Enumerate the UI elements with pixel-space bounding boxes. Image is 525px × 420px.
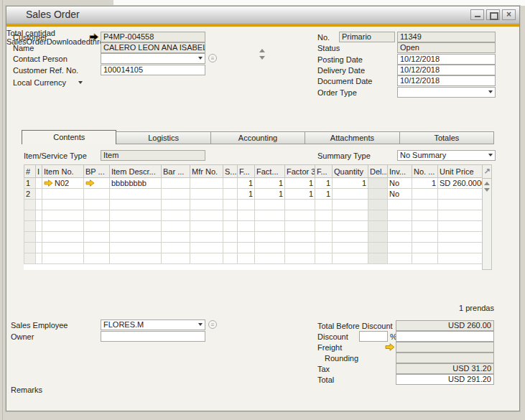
tax-field[interactable]: USD 31.20: [396, 363, 494, 374]
contact-person-dropdown[interactable]: [101, 53, 205, 64]
table-scroll-down[interactable]: [483, 188, 491, 192]
cell-i[interactable]: [36, 178, 42, 189]
sales-employee-list-icon[interactable]: ≡: [208, 320, 217, 329]
currency-dropdown-arrow-icon[interactable]: [78, 81, 83, 84]
cell-unit-price[interactable]: SD 260.0000: [438, 178, 483, 189]
discount-amount-field[interactable]: [396, 331, 494, 342]
posting-date-field[interactable]: 10/12/2018: [397, 54, 496, 65]
cell-f1[interactable]: 1: [238, 178, 255, 189]
col-fact[interactable]: Fact...: [255, 165, 285, 178]
cell-del[interactable]: [368, 178, 388, 189]
cell-bar[interactable]: [162, 178, 190, 189]
cell-row-number[interactable]: 1: [24, 178, 36, 189]
cell-quantity[interactable]: [333, 189, 368, 200]
minimize-button[interactable]: [470, 9, 484, 20]
cell-fact[interactable]: 1: [255, 189, 285, 200]
delivery-date-field[interactable]: 10/12/2018: [397, 65, 496, 75]
cell-item-descr[interactable]: bbbbbbbb: [110, 178, 162, 189]
customer-field[interactable]: P4MP-004558: [101, 32, 205, 42]
freight-link-arrow-icon[interactable]: [385, 343, 395, 351]
cell-row-number[interactable]: 2: [24, 189, 36, 200]
col-item-descr[interactable]: Item Descr...: [110, 165, 162, 178]
col-mfr-no[interactable]: Mfr No.: [190, 165, 223, 178]
cell-i[interactable]: [36, 189, 42, 200]
cell-mfr[interactable]: [190, 178, 223, 189]
cell-bp[interactable]: [84, 178, 110, 189]
cell-fact[interactable]: 1: [255, 178, 285, 189]
cell-unit-price[interactable]: [438, 189, 483, 200]
cell-f2[interactable]: 1: [315, 189, 333, 200]
tab-attachments[interactable]: Attachments: [305, 131, 399, 144]
tax-label: Tax: [317, 364, 330, 374]
cell-inv[interactable]: No: [388, 178, 412, 189]
total-before-discount-field[interactable]: USD 260.00: [396, 320, 494, 331]
col-i[interactable]: I: [36, 165, 42, 178]
sales-employee-dropdown[interactable]: FLORES.M: [101, 319, 205, 330]
maximize-button[interactable]: [486, 9, 500, 20]
col-f2[interactable]: F...: [315, 165, 333, 178]
tab-logistics[interactable]: Logistics: [116, 131, 210, 144]
discount-percent-input[interactable]: [359, 331, 388, 342]
sales-employee-dropdown-arrow-icon[interactable]: [198, 323, 203, 326]
item-service-type-field[interactable]: Item: [101, 150, 205, 161]
summary-type-dropdown[interactable]: No Summary: [397, 150, 496, 161]
col-del[interactable]: Del...: [368, 165, 388, 178]
rounding-field[interactable]: [396, 353, 494, 363]
cell-s[interactable]: [223, 178, 238, 189]
cell-f1[interactable]: 1: [238, 189, 255, 200]
cell-item-no[interactable]: [42, 189, 84, 200]
cell-mfr[interactable]: [190, 189, 223, 200]
owner-label: Owner: [11, 332, 34, 342]
cell-no[interactable]: 1: [412, 178, 438, 189]
cell-item-descr[interactable]: [110, 189, 162, 200]
form-settings-icon[interactable]: ↗: [483, 165, 491, 179]
status-field[interactable]: Open: [397, 42, 496, 53]
col-f1[interactable]: F...: [238, 165, 255, 178]
col-no[interactable]: No. ...: [412, 165, 438, 178]
no-number-field[interactable]: 11349: [397, 32, 496, 42]
customer-link-arrow-icon[interactable]: [89, 33, 99, 41]
freight-field[interactable]: [396, 342, 494, 353]
cell-no[interactable]: [412, 189, 438, 200]
window-titlebar[interactable]: Sales Order ×: [6, 6, 519, 24]
bp-link-arrow-icon[interactable]: [85, 179, 95, 187]
col-bar[interactable]: Bar ...: [162, 165, 190, 178]
cell-factor3[interactable]: 1: [285, 189, 315, 200]
customer-ref-field[interactable]: 100014105: [101, 65, 205, 75]
total-field[interactable]: USD 291.20: [396, 374, 494, 385]
order-type-dropdown-arrow-icon[interactable]: [488, 90, 493, 93]
cell-item-no[interactable]: N02: [42, 178, 84, 189]
cell-quantity[interactable]: 1: [333, 178, 368, 189]
table-scrollbar[interactable]: ↗: [482, 164, 492, 270]
contact-person-dropdown-arrow-icon[interactable]: [198, 57, 203, 60]
close-button[interactable]: ×: [502, 9, 516, 20]
order-type-dropdown[interactable]: [397, 87, 496, 98]
tab-totales[interactable]: Totales: [400, 131, 494, 144]
col-quantity[interactable]: Quantity: [333, 165, 368, 178]
summary-type-dropdown-arrow-icon[interactable]: [488, 154, 493, 157]
no-series-field[interactable]: Primario: [339, 32, 395, 42]
owner-field[interactable]: [101, 331, 205, 342]
tab-contents[interactable]: Contents: [22, 130, 116, 144]
col-inv[interactable]: Inv...: [388, 165, 412, 178]
cell-inv[interactable]: No: [388, 189, 412, 200]
tab-accounting[interactable]: Accounting: [211, 131, 305, 144]
col-row-number[interactable]: #: [24, 165, 36, 178]
cell-bar[interactable]: [162, 189, 190, 200]
col-unit-price[interactable]: Unit Price: [438, 165, 483, 178]
cell-del[interactable]: [368, 189, 388, 200]
cell-bp[interactable]: [84, 189, 110, 200]
document-date-field[interactable]: 10/12/2018: [397, 75, 496, 86]
contact-person-list-icon[interactable]: ≡: [208, 54, 217, 62]
col-item-no[interactable]: Item No.: [42, 165, 84, 178]
cell-f2[interactable]: 1: [315, 178, 333, 189]
cell-factor3[interactable]: 1: [285, 178, 315, 189]
table-scroll-up-icon[interactable]: [484, 182, 490, 185]
col-s[interactable]: S...: [223, 165, 238, 178]
name-field[interactable]: CALERO LEON ANA ISABEL: [101, 42, 205, 53]
table-scroll-down-icon: [484, 188, 490, 192]
col-factor3[interactable]: Factor 3: [285, 165, 315, 178]
item-link-arrow-icon[interactable]: [44, 179, 53, 187]
cell-s[interactable]: [223, 189, 238, 200]
col-bp[interactable]: BP ...: [84, 165, 110, 178]
